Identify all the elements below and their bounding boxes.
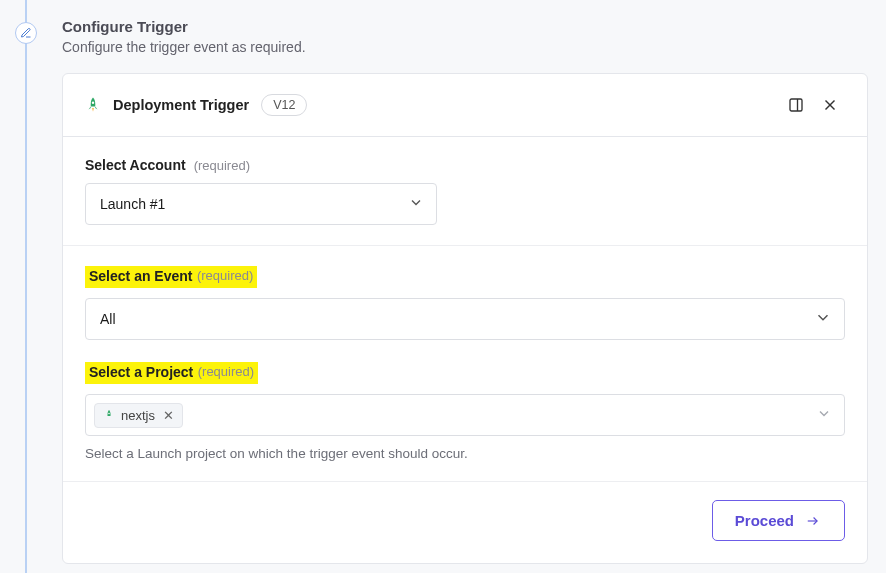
event-label: Select an Event [89,268,193,286]
section-subtitle: Configure the trigger event as required. [62,39,868,55]
card-footer: Proceed [63,481,867,563]
event-project-block: Select an Event (required) All Select a … [63,246,867,481]
svg-point-5 [108,413,110,415]
chevron-down-icon [816,406,832,425]
account-select[interactable]: Launch #1 [85,183,437,225]
tag-remove-icon[interactable]: ✕ [163,408,174,423]
proceed-button[interactable]: Proceed [712,500,845,541]
arrow-right-icon [804,514,822,528]
timeline-line [25,0,27,573]
close-icon[interactable] [813,88,847,122]
project-required: (required) [198,364,254,382]
project-help-text: Select a Launch project on which the tri… [85,446,845,461]
svg-rect-1 [790,99,802,111]
pencil-icon [20,27,32,39]
trigger-card: Deployment Trigger V12 Select Account (r… [62,73,868,564]
project-tag-label: nextjs [121,408,155,423]
panel-icon[interactable] [779,88,813,122]
timeline-step-icon [15,22,37,44]
rocket-icon [83,95,103,115]
account-value: Launch #1 [100,196,165,212]
section-title: Configure Trigger [62,18,868,35]
project-tag: nextjs ✕ [94,403,183,428]
card-title: Deployment Trigger [113,97,249,113]
event-value: All [100,311,116,327]
card-header: Deployment Trigger V12 [63,74,867,137]
chevron-down-icon [408,195,424,214]
svg-point-0 [92,102,94,104]
event-required: (required) [197,268,253,286]
proceed-label: Proceed [735,512,794,529]
rocket-icon [103,409,115,421]
project-label: Select a Project [89,364,193,382]
account-block: Select Account (required) Launch #1 [63,137,867,246]
event-select[interactable]: All [85,298,845,340]
version-badge: V12 [261,94,307,116]
chevron-down-icon [814,309,832,330]
account-label: Select Account [85,157,186,173]
account-required: (required) [194,158,250,173]
project-select[interactable]: nextjs ✕ [85,394,845,436]
